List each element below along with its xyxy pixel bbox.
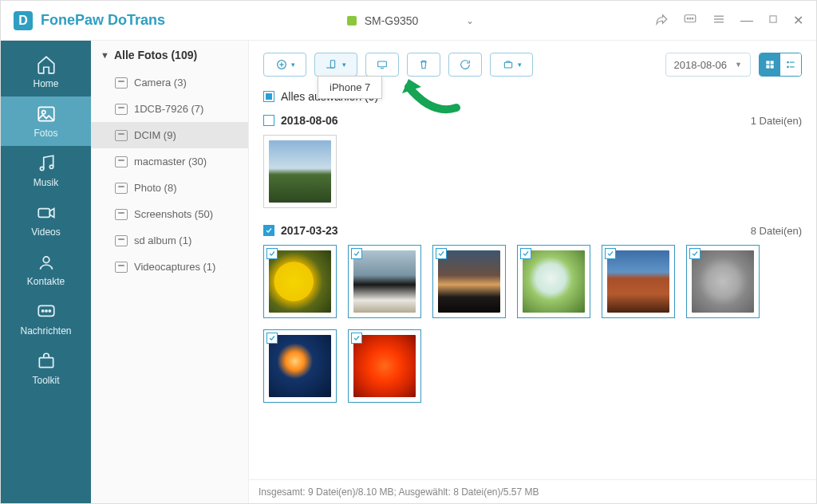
group-checkbox[interactable] — [263, 115, 274, 126]
svg-point-1 — [687, 18, 689, 19]
nav-label: Nachrichten — [20, 325, 71, 337]
thumb-checkbox[interactable] — [266, 333, 278, 344]
folder-1dcb[interactable]: 1DCB-7926 (7) — [91, 96, 248, 122]
close-button[interactable]: ✕ — [793, 13, 803, 28]
photo-thumb[interactable] — [517, 245, 590, 318]
folder-videocaptures[interactable]: Videocaptures (1) — [91, 254, 248, 280]
add-button[interactable]: ▾ — [263, 53, 306, 77]
svg-rect-29 — [766, 65, 769, 69]
delete-button[interactable] — [407, 53, 440, 77]
photo-thumb[interactable] — [602, 245, 675, 318]
grid-view-button[interactable] — [760, 53, 780, 76]
nav-music[interactable]: Musik — [1, 146, 91, 195]
thumbnails — [263, 130, 802, 208]
svg-rect-28 — [771, 61, 774, 64]
photo-image — [269, 335, 331, 397]
svg-rect-34 — [790, 66, 795, 67]
group-count: 1 Datei(en) — [751, 115, 802, 127]
messages-icon — [36, 301, 57, 322]
nav-photos[interactable]: Fotos — [1, 96, 91, 146]
photo-thumb[interactable] — [348, 245, 421, 318]
group-date: 2018-08-06 — [281, 114, 338, 127]
svg-point-16 — [45, 310, 46, 312]
select-all-checkbox[interactable] — [263, 91, 274, 102]
refresh-button[interactable] — [448, 53, 482, 77]
message-icon[interactable] — [683, 12, 697, 30]
folder-label: Videocaptures (1) — [134, 261, 215, 273]
thumb-checkbox[interactable] — [436, 248, 447, 259]
svg-rect-27 — [766, 61, 769, 64]
folder-icon — [115, 235, 128, 246]
svg-rect-30 — [771, 65, 774, 69]
photo-thumb[interactable] — [263, 245, 337, 318]
nav-label: Toolkit — [32, 375, 59, 386]
menu-icon[interactable] — [712, 12, 726, 30]
nav-home[interactable]: Home — [1, 47, 91, 96]
thumbnails — [263, 240, 802, 403]
folder-photo[interactable]: Photo (8) — [91, 175, 248, 201]
main-panel: ▾ ▾ ▾ 2018-08-06 ▼ iPhone — [249, 41, 816, 503]
folder-dcim[interactable]: DCIM (9) — [91, 122, 248, 148]
body: Home Fotos Musik Videos Kontakte Nachric… — [1, 41, 816, 503]
photo-thumb[interactable] — [348, 329, 421, 403]
folder-screenshots[interactable]: Screenshots (50) — [91, 201, 248, 227]
app-title: FonePaw DoTrans — [41, 12, 165, 29]
nav-contacts[interactable]: Kontakte — [1, 245, 91, 294]
folder-icon — [115, 156, 128, 167]
minimize-button[interactable]: — — [740, 14, 753, 28]
maximize-button[interactable] — [768, 14, 779, 28]
date-filter[interactable]: 2018-08-06 ▼ — [665, 53, 751, 77]
group-header[interactable]: 2017-03-23 8 Datei(en) — [263, 221, 802, 240]
folder-label: Screenshots (50) — [134, 208, 213, 220]
device-name: SM-G9350 — [365, 14, 419, 27]
nav-toolkit[interactable]: Toolkit — [1, 344, 91, 393]
folder-label: DCIM (9) — [134, 129, 176, 141]
thumb-checkbox[interactable] — [351, 333, 362, 344]
thumb-checkbox[interactable] — [266, 248, 278, 259]
svg-point-15 — [41, 310, 43, 312]
thumb-checkbox[interactable] — [520, 248, 531, 259]
tree-header-label: Alle Fotos (109) — [114, 49, 197, 61]
list-view-button[interactable] — [780, 53, 801, 76]
folder-tree: ▼ Alle Fotos (109) Camera (3) 1DCB-7926 … — [91, 41, 249, 503]
folder-label: sd album (1) — [134, 234, 191, 246]
photo-image — [353, 335, 416, 397]
photo-thumb[interactable] — [263, 329, 337, 403]
folder-label: 1DCB-7926 (7) — [134, 103, 203, 115]
export-to-pc-button[interactable] — [365, 53, 399, 77]
svg-rect-18 — [39, 358, 53, 368]
more-button[interactable]: ▾ — [490, 53, 533, 77]
content-area: Alles auswählen (9) 2018-08-06 1 Datei(e… — [249, 89, 816, 479]
home-icon — [36, 54, 57, 75]
svg-rect-26 — [504, 62, 511, 68]
nav-videos[interactable]: Videos — [1, 195, 91, 245]
title-bar: D FonePaw DoTrans SM-G9350 ⌄ — ✕ — [1, 1, 816, 41]
svg-rect-24 — [378, 61, 387, 67]
nav-messages[interactable]: Nachrichten — [1, 294, 91, 344]
folder-macmaster[interactable]: macmaster (30) — [91, 148, 248, 175]
export-to-device-button[interactable]: ▾ — [314, 53, 357, 77]
folder-camera[interactable]: Camera (3) — [91, 69, 248, 96]
group-header[interactable]: 2018-08-06 1 Datei(en) — [263, 111, 802, 130]
folder-icon — [115, 77, 128, 89]
group-checkbox[interactable] — [263, 225, 274, 236]
folder-sd-album[interactable]: sd album (1) — [91, 227, 248, 254]
photo-image — [269, 250, 331, 313]
tree-header[interactable]: ▼ Alle Fotos (109) — [91, 41, 248, 69]
thumb-checkbox[interactable] — [351, 248, 362, 259]
device-selector[interactable]: SM-G9350 ⌄ — [345, 14, 475, 27]
status-text: Insgesamt: 9 Datei(en)/8.10 MB; Ausgewäh… — [259, 486, 539, 498]
nav-label: Kontakte — [27, 276, 65, 287]
svg-rect-31 — [787, 61, 788, 63]
feedback-icon[interactable] — [654, 12, 669, 30]
photo-thumb[interactable] — [263, 135, 337, 208]
photo-thumb[interactable] — [432, 245, 506, 318]
export-target-dropdown[interactable]: iPhone 7 — [318, 76, 382, 99]
thumb-checkbox[interactable] — [689, 248, 701, 259]
toolkit-icon — [36, 351, 57, 372]
thumb-checkbox[interactable] — [605, 248, 616, 259]
photo-group: 2017-03-23 8 Datei(en) — [263, 221, 802, 403]
annotation-arrow-icon — [401, 76, 464, 124]
svg-point-17 — [49, 310, 50, 312]
photo-thumb[interactable] — [686, 245, 760, 318]
